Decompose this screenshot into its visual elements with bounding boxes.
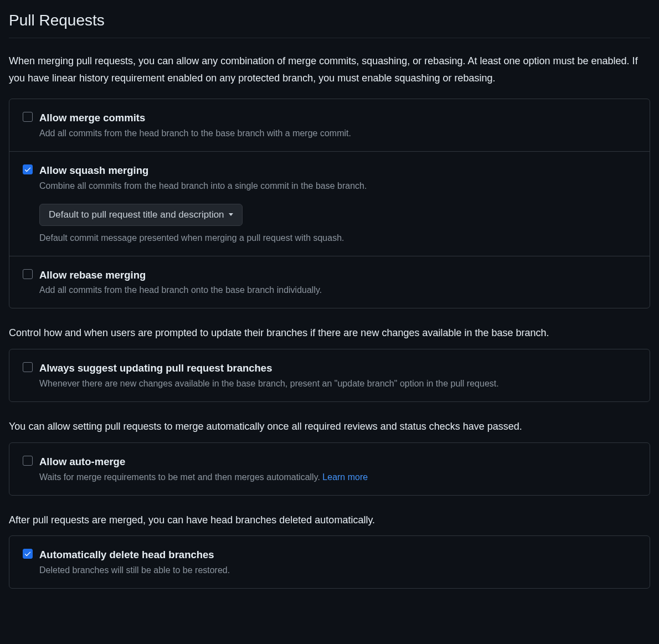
- allow-squash-checkbox[interactable]: [23, 164, 33, 174]
- delete-branches-box: Automatically delete head branches Delet…: [9, 535, 650, 589]
- auto-merge-label: Allow auto-merge: [39, 454, 636, 470]
- check-icon: [24, 550, 32, 558]
- setting-content: Allow merge commits Add all commits from…: [39, 110, 636, 140]
- suggest-update-checkbox[interactable]: [23, 362, 33, 372]
- squash-default-message-wrap: Default to pull request title and descri…: [39, 204, 636, 245]
- chevron-down-icon: [229, 213, 233, 216]
- setting-row-suggest-update: Always suggest updating pull request bra…: [9, 349, 650, 401]
- update-branches-box: Always suggest updating pull request bra…: [9, 349, 650, 402]
- dropdown-label: Default to pull request title and descri…: [49, 209, 224, 220]
- page-title: Pull Requests: [9, 9, 650, 38]
- check-icon: [24, 166, 32, 173]
- setting-row-auto-delete: Automatically delete head branches Delet…: [9, 536, 650, 588]
- merge-options-box: Allow merge commits Add all commits from…: [9, 99, 650, 308]
- squash-dropdown-help: Default commit message presented when me…: [39, 231, 636, 245]
- auto-delete-label: Automatically delete head branches: [39, 547, 636, 563]
- update-branches-section-text: Control how and when users are prompted …: [9, 325, 650, 341]
- setting-content: Allow rebase merging Add all commits fro…: [39, 267, 636, 297]
- delete-branches-section-text: After pull requests are merged, you can …: [9, 512, 650, 528]
- learn-more-link[interactable]: Learn more: [322, 472, 368, 482]
- suggest-update-desc: Whenever there are new changes available…: [39, 379, 499, 388]
- auto-merge-desc: Waits for merge requirements to be met a…: [39, 472, 368, 482]
- allow-merge-commits-label: Allow merge commits: [39, 110, 636, 126]
- allow-rebase-label: Allow rebase merging: [39, 267, 636, 283]
- setting-content: Always suggest updating pull request bra…: [39, 360, 636, 390]
- auto-delete-checkbox[interactable]: [23, 549, 33, 559]
- suggest-update-label: Always suggest updating pull request bra…: [39, 360, 636, 376]
- setting-row-squash: Allow squash merging Combine all commits…: [9, 152, 650, 256]
- auto-delete-desc: Deleted branches will still be able to b…: [39, 565, 230, 575]
- setting-row-auto-merge: Allow auto-merge Waits for merge require…: [9, 443, 650, 495]
- allow-squash-desc: Combine all commits from the head branch…: [39, 181, 367, 190]
- auto-merge-checkbox[interactable]: [23, 456, 33, 466]
- allow-rebase-checkbox[interactable]: [23, 269, 33, 279]
- allow-merge-commits-checkbox[interactable]: [23, 112, 33, 122]
- setting-content: Allow squash merging Combine all commits…: [39, 163, 636, 245]
- setting-content: Automatically delete head branches Delet…: [39, 547, 636, 577]
- allow-merge-commits-desc: Add all commits from the head branch to …: [39, 128, 351, 138]
- auto-merge-section-text: You can allow setting pull requests to m…: [9, 419, 650, 435]
- allow-squash-label: Allow squash merging: [39, 163, 636, 178]
- setting-row-rebase: Allow rebase merging Add all commits fro…: [9, 256, 650, 308]
- setting-content: Allow auto-merge Waits for merge require…: [39, 454, 636, 484]
- allow-rebase-desc: Add all commits from the head branch ont…: [39, 285, 322, 295]
- squash-default-message-dropdown[interactable]: Default to pull request title and descri…: [39, 204, 243, 226]
- auto-merge-box: Allow auto-merge Waits for merge require…: [9, 442, 650, 496]
- auto-merge-desc-text: Waits for merge requirements to be met a…: [39, 472, 322, 482]
- setting-row-merge-commits: Allow merge commits Add all commits from…: [9, 99, 650, 152]
- merge-intro-text: When merging pull requests, you can allo…: [9, 53, 650, 86]
